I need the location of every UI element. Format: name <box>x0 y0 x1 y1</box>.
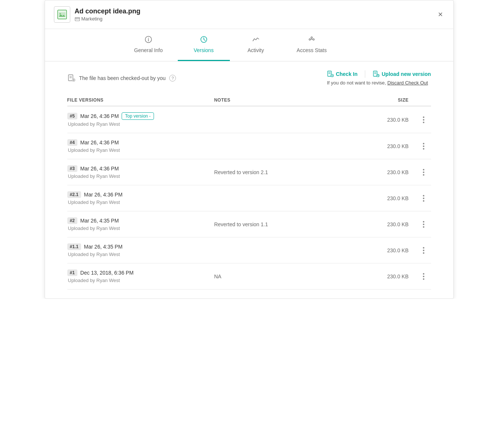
svg-point-5 <box>76 19 77 19</box>
dot3 <box>423 148 424 150</box>
version-date-4: Mar 26, 4:35 PM <box>80 218 119 224</box>
checkout-actions: Check In Upload new version <box>327 70 431 86</box>
dot2 <box>423 198 424 199</box>
version-date-2: Mar 26, 4:36 PM <box>80 166 119 172</box>
checkin-icon <box>327 71 334 77</box>
version-top-4: #2 Mar 26, 4:35 PM <box>67 217 207 224</box>
version-info-4: #2 Mar 26, 4:35 PM Uploaded by Ryan West <box>67 217 207 231</box>
version-badge-4: #2 <box>67 217 77 224</box>
svg-point-8 <box>148 38 149 39</box>
versions-icon <box>200 36 208 45</box>
dot3 <box>423 200 424 202</box>
svg-point-2 <box>60 13 61 15</box>
tab-access-stats[interactable]: Access Stats <box>282 29 342 61</box>
version-size-6: 230.0 KB <box>346 273 416 279</box>
version-menu-3[interactable] <box>416 195 431 202</box>
close-button[interactable]: × <box>437 8 444 21</box>
svg-point-6 <box>78 19 78 19</box>
checkin-button[interactable]: Check In <box>327 71 357 77</box>
dot2 <box>423 172 424 173</box>
versions-content: The file has been checked-out by you ? C… <box>45 61 453 298</box>
version-notes-2: Reverted to version 2.1 <box>207 169 346 175</box>
version-size-4: 230.0 KB <box>346 221 416 227</box>
version-info-0: #5 Mar 26, 4:36 PM Top version - Uploade… <box>67 112 207 127</box>
version-context-menu-dots-0[interactable] <box>423 116 424 123</box>
table-row: #4 Mar 26, 4:36 PM Uploaded by Ryan West… <box>67 133 431 159</box>
table-header: FILE VERSIONS NOTES SIZE <box>67 95 431 106</box>
version-info-2: #3 Mar 26, 4:36 PM Uploaded by Ryan West <box>67 165 207 179</box>
dot1 <box>423 221 424 223</box>
version-menu-1[interactable] <box>416 143 431 150</box>
version-badge-3: #2.1 <box>67 191 81 198</box>
tab-activity[interactable]: Activity <box>230 29 282 61</box>
version-badge-0: #5 <box>67 113 77 119</box>
version-context-menu-dots-6[interactable] <box>423 273 424 280</box>
stats-icon <box>308 36 315 43</box>
version-date-3: Mar 26, 4:36 PM <box>84 192 123 198</box>
version-menu-4[interactable] <box>416 221 431 228</box>
checkout-bar: The file has been checked-out by you ? C… <box>67 70 431 86</box>
dot1 <box>423 169 424 170</box>
col-actions-header <box>416 97 431 103</box>
dot2 <box>423 276 424 277</box>
dot3 <box>423 122 424 123</box>
version-top-0: #5 Mar 26, 4:36 PM Top version - <box>67 112 207 120</box>
version-notes-4: Reverted to version 1.1 <box>207 221 346 227</box>
version-badge-6: #1 <box>67 269 77 276</box>
header-left: Ad concept idea.png Marketing <box>54 6 141 23</box>
dot1 <box>423 143 424 144</box>
col-size: SIZE <box>346 97 416 103</box>
version-context-menu-dots-3[interactable] <box>423 195 424 202</box>
version-info-6: #1 Dec 13, 2018, 6:36 PM Uploaded by Rya… <box>67 269 207 283</box>
version-context-menu-dots-1[interactable] <box>423 143 424 150</box>
upload-new-version-button[interactable]: Upload new version <box>373 71 431 77</box>
version-menu-5[interactable] <box>416 247 431 254</box>
version-menu-0[interactable] <box>416 116 431 123</box>
version-context-menu-dots-2[interactable] <box>423 169 424 176</box>
version-size-5: 230.0 KB <box>346 247 416 253</box>
activity-icon <box>252 36 260 45</box>
tab-access-stats-label: Access Stats <box>297 47 327 53</box>
upload-icon <box>373 71 379 77</box>
discard-prefix: If you do not want to revise, <box>327 80 386 86</box>
version-list: #5 Mar 26, 4:36 PM Top version - Uploade… <box>67 106 431 289</box>
tab-general-info-label: General Info <box>134 47 163 53</box>
version-badge-5: #1.1 <box>67 243 81 250</box>
dot1 <box>423 273 424 275</box>
version-date-6: Dec 13, 2018, 6:36 PM <box>80 270 134 276</box>
version-context-menu-dots-4[interactable] <box>423 221 424 228</box>
version-menu-2[interactable] <box>416 169 431 176</box>
dot3 <box>423 226 424 228</box>
general-info-icon <box>145 36 152 45</box>
svg-point-13 <box>311 37 312 38</box>
dot1 <box>423 116 424 118</box>
version-context-menu-dots-5[interactable] <box>423 247 424 254</box>
dot1 <box>423 195 424 196</box>
version-size-0: 230.0 KB <box>346 117 416 123</box>
version-size-1: 230.0 KB <box>346 143 416 149</box>
dot2 <box>423 224 424 225</box>
help-icon[interactable]: ? <box>169 75 176 81</box>
checkout-buttons: Check In Upload new version <box>327 70 431 78</box>
top-version-badge: Top version - <box>122 112 154 120</box>
folder-name: Marketing <box>81 16 103 22</box>
table-row: #2.1 Mar 26, 4:36 PM Uploaded by Ryan We… <box>67 185 431 211</box>
checkin-label: Check In <box>336 71 357 77</box>
version-menu-6[interactable] <box>416 273 431 280</box>
table-row: #3 Mar 26, 4:36 PM Uploaded by Ryan West… <box>67 159 431 185</box>
discard-checkout-link[interactable]: Discard Check Out <box>388 80 428 86</box>
info-icon <box>145 36 152 43</box>
tab-bar: General Info Versions Activity <box>45 29 453 61</box>
dot1 <box>423 247 424 249</box>
table-row: #5 Mar 26, 4:36 PM Top version - Uploade… <box>67 106 431 133</box>
tab-versions[interactable]: Versions <box>178 29 230 61</box>
dot2 <box>423 250 424 251</box>
version-notes-6: NA <box>207 273 346 279</box>
version-top-5: #1.1 Mar 26, 4:35 PM <box>67 243 207 250</box>
version-uploader-0: Uploaded by Ryan West <box>67 121 207 127</box>
version-uploader-2: Uploaded by Ryan West <box>67 173 207 179</box>
version-badge-2: #3 <box>67 165 77 172</box>
tab-general-info[interactable]: General Info <box>119 29 178 61</box>
checkout-notice: The file has been checked-out by you ? <box>67 74 176 82</box>
modal-header: Ad concept idea.png Marketing × <box>45 0 453 29</box>
